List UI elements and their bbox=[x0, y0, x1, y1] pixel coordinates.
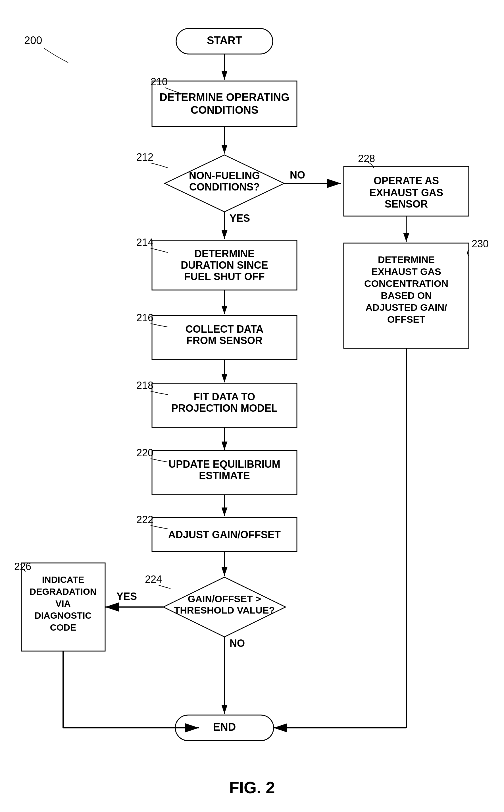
node-226-label-4: DIAGNOSTIC bbox=[35, 611, 92, 621]
end-label: END bbox=[213, 721, 236, 733]
start-label: START bbox=[207, 34, 242, 46]
node-228-label-3: SENSOR bbox=[385, 198, 428, 210]
ref-222: 222 bbox=[136, 514, 153, 526]
figure-caption: FIG. 2 bbox=[229, 778, 275, 797]
node-228-label-2: EXHAUST GAS bbox=[369, 187, 443, 198]
node-230-label-3: CONCENTRATION bbox=[364, 278, 448, 289]
node-230-label-1: DETERMINE bbox=[378, 254, 435, 265]
node-210-label-1: DETERMINE OPERATING bbox=[159, 91, 289, 103]
flowchart-svg: 200 START 210 DETERMINE OPERATING CONDIT… bbox=[0, 0, 504, 812]
node-226-label-2: DEGRADATION bbox=[30, 587, 97, 597]
node-230-label-2: EXHAUST GAS bbox=[371, 266, 441, 277]
label-no-212: NO bbox=[290, 169, 305, 181]
ref-216: 216 bbox=[136, 312, 153, 323]
node-214-label-3: FUEL SHUT OFF bbox=[184, 271, 265, 282]
node-216-label-1: COLLECT DATA bbox=[186, 323, 264, 335]
node-218-label-2: PROJECTION MODEL bbox=[171, 402, 278, 414]
node-226-label-3: VIA bbox=[55, 599, 70, 609]
node-216-label-2: FROM SENSOR bbox=[186, 334, 263, 346]
ref-228: 228 bbox=[358, 153, 375, 164]
node-224-label-1: GAIN/OFFSET > bbox=[188, 593, 261, 604]
node-230-label-6: OFFSET bbox=[387, 314, 425, 325]
node-214-label-2: DURATION SINCE bbox=[181, 259, 268, 271]
node-214-label-1: DETERMINE bbox=[194, 248, 255, 259]
node-218-label-1: FIT DATA TO bbox=[194, 391, 255, 402]
ref-226: 226 bbox=[14, 561, 31, 572]
node-210-label-2: CONDITIONS bbox=[191, 104, 259, 116]
diagram-number: 200 bbox=[24, 34, 42, 46]
ref-212: 212 bbox=[136, 151, 153, 163]
node-228-label-1: OPERATE AS bbox=[374, 175, 439, 186]
node-220-label-1: UPDATE EQUILIBRIUM bbox=[168, 458, 280, 470]
label-no-224: NO bbox=[230, 638, 245, 649]
ref-214: 214 bbox=[136, 236, 153, 248]
node-212-label-2: CONDITIONS? bbox=[189, 181, 260, 193]
ref-218: 218 bbox=[136, 379, 153, 391]
label-yes-224: YES bbox=[116, 591, 137, 602]
node-222-label: ADJUST GAIN/OFFSET bbox=[168, 529, 281, 541]
node-224-label-2: THRESHOLD VALUE? bbox=[174, 605, 275, 616]
ref-220: 220 bbox=[136, 447, 153, 459]
node-230-label-5: ADJUSTED GAIN/ bbox=[365, 302, 447, 313]
node-210 bbox=[152, 81, 297, 126]
label-yes-212: YES bbox=[230, 212, 250, 224]
diagram-container: 200 START 210 DETERMINE OPERATING CONDIT… bbox=[0, 0, 504, 812]
node-220-label-2: ESTIMATE bbox=[199, 470, 250, 481]
node-226-label-1: INDICATE bbox=[42, 575, 84, 585]
ref-224: 224 bbox=[145, 574, 162, 585]
node-230-label-4: BASED ON bbox=[381, 290, 432, 301]
ref-210: 210 bbox=[151, 76, 168, 88]
ref-230: 230 bbox=[472, 238, 489, 250]
node-226-label-5: CODE bbox=[50, 622, 76, 633]
node-212-label-1: NON-FUELING bbox=[189, 170, 260, 181]
